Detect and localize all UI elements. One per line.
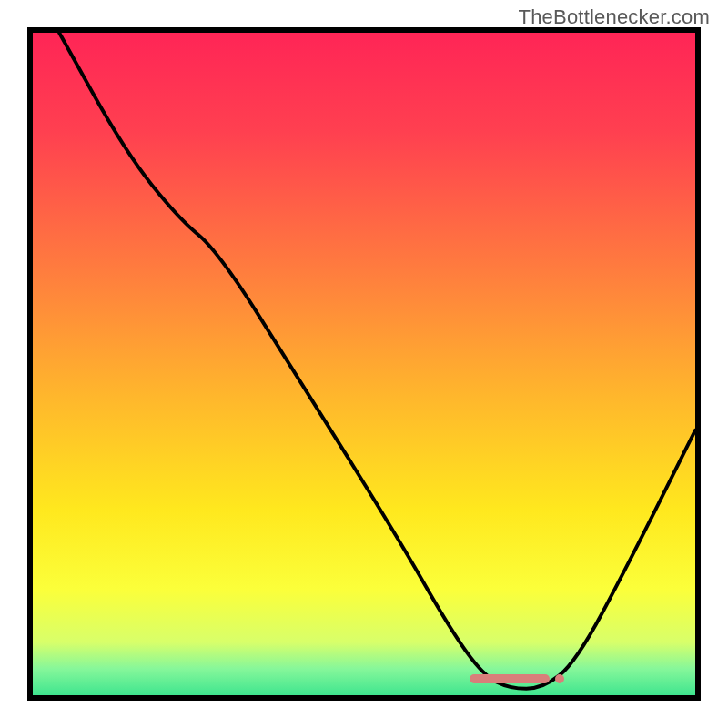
bottleneck-curve	[59, 33, 695, 689]
optimal-range-marker	[470, 674, 549, 683]
watermark-text: TheBottlenecker.com	[519, 5, 710, 29]
plot-area	[27, 27, 701, 701]
optimal-range-dot	[555, 674, 564, 683]
curve-svg	[33, 33, 695, 695]
bottleneck-chart: TheBottlenecker.com	[0, 0, 728, 728]
